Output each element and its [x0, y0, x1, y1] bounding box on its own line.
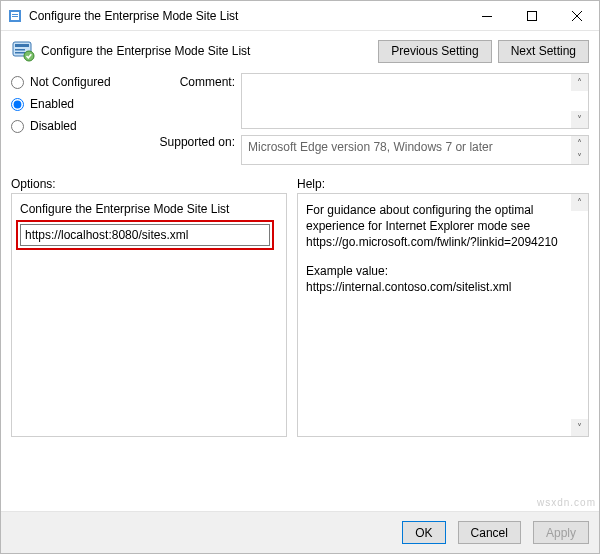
chevron-up-icon[interactable]: ˄	[571, 74, 588, 91]
help-scroll[interactable]: ˄ ˅	[571, 194, 588, 436]
help-panel: For guidance about configuring the optim…	[297, 193, 589, 437]
chevron-up-icon[interactable]: ˄	[571, 136, 588, 150]
help-paragraph-1: For guidance about configuring the optim…	[306, 202, 566, 251]
setting-icon	[11, 39, 35, 63]
titlebar: Configure the Enterprise Mode Site List	[1, 1, 599, 31]
svg-rect-9	[15, 52, 25, 54]
options-label: Options:	[11, 177, 56, 191]
options-help-row: Options: Configure the Enterprise Mode S…	[1, 171, 599, 441]
radio-enabled[interactable]: Enabled	[11, 97, 141, 111]
policy-icon	[7, 8, 23, 24]
comment-textarea[interactable]: ˄ ˅	[241, 73, 589, 129]
maximize-button[interactable]	[509, 1, 554, 30]
radio-enabled-label: Enabled	[30, 97, 74, 111]
help-column: Help: For guidance about configuring the…	[297, 177, 589, 437]
comment-scroll[interactable]: ˄ ˅	[571, 74, 588, 128]
chevron-down-icon[interactable]: ˅	[571, 150, 588, 164]
help-label: Help:	[297, 177, 325, 191]
previous-setting-button[interactable]: Previous Setting	[378, 40, 491, 63]
radio-disabled-label: Disabled	[30, 119, 77, 133]
state-and-meta: Not Configured Enabled Disabled Comment:…	[1, 73, 599, 171]
chevron-down-icon[interactable]: ˅	[571, 419, 588, 436]
options-panel: Configure the Enterprise Mode Site List	[11, 193, 287, 437]
supported-on-text: Microsoft Edge version 78, Windows 7 or …	[248, 140, 493, 154]
options-column: Options: Configure the Enterprise Mode S…	[11, 177, 287, 437]
svg-rect-2	[12, 14, 18, 15]
radio-disabled[interactable]: Disabled	[11, 119, 141, 133]
sitelist-input[interactable]	[20, 224, 270, 246]
svg-rect-5	[527, 11, 536, 20]
cancel-button[interactable]: Cancel	[458, 521, 521, 544]
dialog-footer: OK Cancel Apply	[1, 511, 599, 553]
options-field-label: Configure the Enterprise Mode Site List	[20, 202, 278, 216]
state-radios: Not Configured Enabled Disabled	[11, 73, 141, 165]
close-button[interactable]	[554, 1, 599, 30]
dialog-window: Configure the Enterprise Mode Site List	[0, 0, 600, 554]
chevron-up-icon[interactable]: ˄	[571, 194, 588, 211]
meta-fields: ˄ ˅ Microsoft Edge version 78, Windows 7…	[241, 73, 589, 165]
window-controls	[464, 1, 599, 30]
svg-rect-7	[15, 44, 29, 47]
window-title: Configure the Enterprise Mode Site List	[29, 9, 464, 23]
supported-on-box: Microsoft Edge version 78, Windows 7 or …	[241, 135, 589, 165]
help-paragraph-2: Example value: https://internal.contoso.…	[306, 263, 566, 295]
setting-name: Configure the Enterprise Mode Site List	[41, 44, 372, 58]
radio-not-configured-input[interactable]	[11, 76, 24, 89]
radio-not-configured-label: Not Configured	[30, 75, 111, 89]
supported-on-label: Supported on:	[160, 135, 235, 149]
help-text: For guidance about configuring the optim…	[306, 202, 580, 295]
header-row: Configure the Enterprise Mode Site List …	[1, 31, 599, 73]
comment-label: Comment:	[180, 75, 235, 89]
supported-scroll[interactable]: ˄ ˅	[571, 136, 588, 164]
radio-not-configured[interactable]: Not Configured	[11, 75, 141, 89]
radio-enabled-input[interactable]	[11, 98, 24, 111]
apply-button[interactable]: Apply	[533, 521, 589, 544]
meta-labels: Comment: Supported on:	[141, 73, 241, 165]
svg-rect-3	[12, 16, 18, 17]
chevron-down-icon[interactable]: ˅	[571, 111, 588, 128]
minimize-button[interactable]	[464, 1, 509, 30]
svg-rect-8	[15, 49, 25, 51]
radio-disabled-input[interactable]	[11, 120, 24, 133]
ok-button[interactable]: OK	[402, 521, 445, 544]
svg-rect-4	[482, 16, 492, 17]
next-setting-button[interactable]: Next Setting	[498, 40, 589, 63]
